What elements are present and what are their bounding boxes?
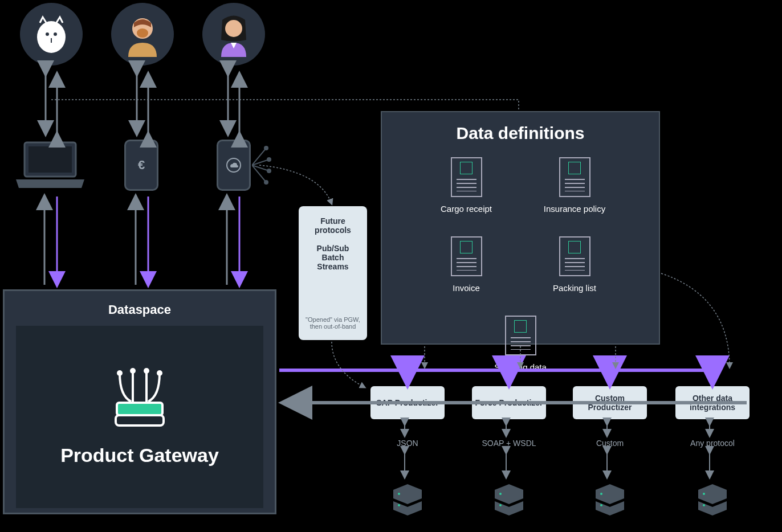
protocol-custom: Custom <box>573 439 647 448</box>
productizer-label: Custom Productizer <box>575 394 645 412</box>
svg-point-1 <box>46 32 49 36</box>
data-definitions-title: Data definitions <box>393 124 647 143</box>
svg-point-24 <box>600 493 602 495</box>
svg-point-20 <box>398 493 400 495</box>
productizer-sap: SAP Productizer <box>370 386 445 419</box>
def-label: Invoice <box>429 283 503 293</box>
protocol-any: Any protocol <box>675 439 750 448</box>
cloud-icon <box>225 157 242 174</box>
product-gateway-title: Product Gateway <box>60 444 219 466</box>
svg-rect-19 <box>116 415 164 425</box>
protocol-json: JSON <box>370 439 445 448</box>
server-icon-2 <box>489 481 529 521</box>
svg-point-5 <box>225 20 242 37</box>
svg-point-23 <box>499 504 502 506</box>
device-laptop <box>10 140 90 191</box>
dataspace-title: Dataspace <box>16 302 263 317</box>
document-icon <box>505 316 536 355</box>
def-label: Packing list <box>537 283 612 293</box>
avatar-cat <box>20 3 83 66</box>
server-icon-4 <box>693 481 732 521</box>
protocol-soap: SOAP + WSDL <box>472 439 546 448</box>
future-heading: Future protocols <box>302 216 364 235</box>
dataspace-container: Dataspace Product Gateway <box>3 289 276 514</box>
svg-point-2 <box>54 32 57 36</box>
document-icon <box>559 157 590 197</box>
svg-point-26 <box>703 493 705 495</box>
device-phone-cloud <box>217 140 251 191</box>
svg-point-0 <box>37 21 66 53</box>
gateway-icon <box>105 367 174 430</box>
productizer-custom: Custom Productizer <box>573 386 647 419</box>
svg-rect-7 <box>28 146 72 173</box>
future-protocols-box: Future protocols Pub/Sub Batch Streams "… <box>299 206 367 340</box>
future-line-1: Batch <box>302 253 364 262</box>
euro-icon: € <box>133 157 150 174</box>
def-label: Insurance policy <box>537 204 612 214</box>
device-phone-euro: € <box>124 140 158 191</box>
productizer-other: Other data integrations <box>675 386 750 419</box>
server-icon-1 <box>388 481 427 521</box>
future-line-2: Streams <box>302 262 364 271</box>
server-icon-3 <box>590 481 630 521</box>
laptop-icon <box>10 140 90 191</box>
def-label: Shipping data <box>483 362 557 372</box>
svg-text:€: € <box>138 158 145 172</box>
productizer-force: Force Productizer <box>472 386 546 419</box>
def-item-packing: Packing list <box>537 236 612 293</box>
svg-point-25 <box>600 504 602 506</box>
def-item-cargo: Cargo receipt <box>429 157 503 214</box>
document-icon <box>559 236 590 276</box>
svg-point-4 <box>137 28 148 38</box>
def-label: Cargo receipt <box>429 204 503 214</box>
document-icon <box>451 236 482 276</box>
document-icon <box>451 157 482 197</box>
svg-point-22 <box>499 493 502 495</box>
svg-point-27 <box>703 504 705 506</box>
svg-rect-18 <box>117 403 162 415</box>
productizer-label: Force Productizer <box>475 398 543 407</box>
man-icon <box>120 11 165 57</box>
future-line-0: Pub/Sub <box>302 244 364 253</box>
network-dots-icon <box>252 140 275 191</box>
def-item-invoice: Invoice <box>429 236 503 293</box>
product-gateway-box: Product Gateway <box>16 326 263 508</box>
avatar-man <box>111 3 174 66</box>
svg-point-21 <box>398 504 400 506</box>
productizer-label: SAP Productizer <box>376 398 438 407</box>
future-note: "Opened" via PGW, then out-of-band <box>302 316 364 330</box>
woman-icon <box>211 11 256 57</box>
cat-icon <box>31 14 71 54</box>
def-item-shipping: Shipping data <box>483 316 557 372</box>
avatar-woman <box>202 3 265 66</box>
def-item-insurance: Insurance policy <box>537 157 612 214</box>
productizer-label: Other data integrations <box>678 394 747 412</box>
data-definitions-box: Data definitions Cargo receipt Insurance… <box>381 111 660 345</box>
